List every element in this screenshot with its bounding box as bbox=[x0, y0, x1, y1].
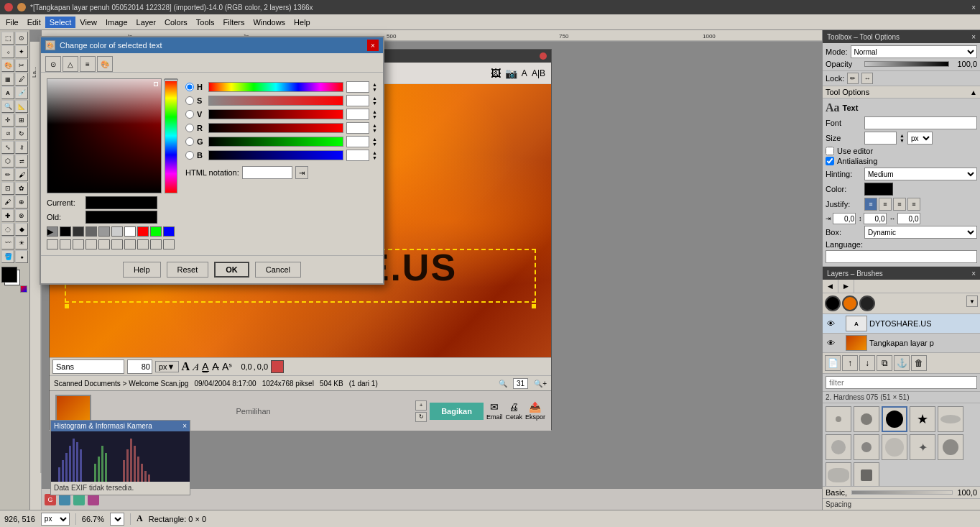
b-radio[interactable] bbox=[185, 151, 194, 160]
r-radio[interactable] bbox=[185, 124, 194, 132]
swatch-13[interactable] bbox=[85, 239, 97, 249]
brush-item-7[interactable] bbox=[854, 434, 879, 460]
brush-item-3-active[interactable] bbox=[882, 406, 907, 432]
tool-measure[interactable]: 📐 bbox=[15, 100, 28, 113]
tool-ink[interactable]: 🖋 bbox=[1, 196, 14, 208]
h-slider[interactable] bbox=[208, 82, 343, 92]
spacing-slider[interactable] bbox=[851, 490, 953, 495]
tool-scale[interactable]: ⤡ bbox=[1, 141, 14, 154]
layers-expand-btn[interactable]: ▶ bbox=[838, 280, 854, 293]
b-down-btn[interactable]: ▼ bbox=[372, 155, 377, 160]
size-down-btn[interactable]: ▼ bbox=[900, 138, 905, 143]
histogram-close-btn[interactable]: × bbox=[182, 422, 187, 430]
b-up-btn[interactable]: ▲ bbox=[372, 150, 377, 155]
picasa-add-btn[interactable]: + bbox=[415, 400, 427, 411]
html-notation-input[interactable] bbox=[242, 166, 292, 179]
color-tab-wheel[interactable]: ⊙ bbox=[45, 56, 61, 72]
text-format-script[interactable]: Aˢ bbox=[222, 361, 232, 372]
tool-eraser[interactable]: ⊡ bbox=[1, 182, 14, 195]
menu-windows[interactable]: Windows bbox=[249, 17, 290, 28]
size-unit-select[interactable]: px bbox=[907, 132, 933, 145]
swatch-19[interactable] bbox=[163, 239, 175, 249]
tool-magnify[interactable]: 🔍 bbox=[1, 100, 14, 113]
r-slider[interactable] bbox=[208, 123, 343, 133]
swatch-2[interactable] bbox=[73, 226, 84, 237]
reset-btn[interactable]: Reset bbox=[167, 262, 209, 278]
menu-layer[interactable]: Layer bbox=[132, 17, 161, 28]
r-down-btn[interactable]: ▼ bbox=[372, 128, 377, 133]
justify-right-btn[interactable]: ≡ bbox=[893, 198, 906, 211]
s-up-btn[interactable]: ▲ bbox=[372, 96, 377, 101]
layer-item-image[interactable]: 👁 Tangkapan layar p bbox=[823, 334, 980, 352]
h-up-btn[interactable]: ▲ bbox=[372, 82, 377, 87]
tool-pencil[interactable]: ✏ bbox=[1, 168, 14, 181]
size-up-btn[interactable]: ▲ bbox=[900, 133, 905, 138]
swatch-3[interactable] bbox=[85, 226, 97, 237]
justify-fill-btn[interactable]: ≡ bbox=[907, 198, 920, 211]
swatch-8[interactable] bbox=[150, 226, 162, 237]
layer-item-text[interactable]: 👁 A DYTOSHARE.US bbox=[823, 314, 980, 334]
tool-paintbrush[interactable]: 🖌 bbox=[15, 168, 28, 181]
fg-color-swatch[interactable] bbox=[1, 267, 17, 283]
tool-rect-select[interactable]: ⬚ bbox=[1, 32, 14, 45]
s-radio[interactable] bbox=[185, 96, 194, 105]
picasa-btn3[interactable]: A bbox=[522, 68, 527, 78]
b-slider[interactable] bbox=[208, 150, 343, 160]
r-input[interactable]: 0 bbox=[346, 122, 369, 134]
brush-item-1[interactable] bbox=[826, 406, 851, 432]
g-up-btn[interactable]: ▲ bbox=[372, 137, 377, 142]
h-input[interactable]: 0 bbox=[346, 81, 369, 93]
v-input[interactable]: 0 bbox=[346, 109, 369, 120]
color-swatch-dark[interactable] bbox=[859, 295, 875, 311]
swatch-17[interactable] bbox=[137, 239, 149, 249]
swatch-1[interactable] bbox=[60, 226, 71, 237]
tool-bucket-fill[interactable]: 🪣 bbox=[1, 250, 14, 263]
tool-paths[interactable]: 🖊 bbox=[15, 73, 28, 86]
ok-btn[interactable]: OK bbox=[214, 262, 249, 278]
tool-blur[interactable]: ◌ bbox=[1, 223, 14, 236]
delete-layer-btn[interactable]: 🗑 bbox=[911, 355, 927, 371]
char-spacing-input[interactable] bbox=[897, 213, 920, 224]
image-close-btn[interactable] bbox=[540, 52, 547, 60]
g-down-btn[interactable]: ▼ bbox=[372, 142, 377, 147]
cancel-btn[interactable]: Cancel bbox=[255, 262, 301, 278]
tool-color-picker[interactable]: 💉 bbox=[15, 86, 28, 99]
brush-item-2[interactable] bbox=[854, 406, 879, 432]
duplicate-layer-btn[interactable]: ⧉ bbox=[877, 355, 892, 371]
swatch-11[interactable] bbox=[60, 239, 71, 249]
tool-heal[interactable]: ✚ bbox=[1, 209, 14, 222]
status-unit-select[interactable]: px bbox=[41, 513, 70, 526]
swatch-12[interactable] bbox=[73, 239, 84, 249]
tool-foreground-select[interactable]: ▦ bbox=[1, 73, 14, 86]
picasa-zoom-in[interactable]: 🔍+ bbox=[534, 380, 547, 388]
v-radio[interactable] bbox=[185, 110, 194, 119]
text-format-strikethrough[interactable]: A̶ bbox=[212, 361, 219, 372]
picasa-email-btn[interactable]: ✉ Email bbox=[486, 401, 503, 421]
menu-help[interactable]: Help bbox=[290, 17, 315, 28]
layers-collapse-btn[interactable]: ◀ bbox=[823, 280, 838, 293]
r-up-btn[interactable]: ▲ bbox=[372, 123, 377, 128]
font-name-input[interactable]: Sans bbox=[52, 359, 124, 374]
menu-view[interactable]: View bbox=[75, 17, 101, 28]
brush-item-8[interactable] bbox=[882, 434, 907, 460]
selection-handle-tl[interactable] bbox=[65, 304, 69, 308]
help-btn[interactable]: Help bbox=[123, 262, 161, 278]
tool-fuzzy-select[interactable]: ✦ bbox=[15, 45, 28, 58]
menu-image[interactable]: Image bbox=[101, 17, 132, 28]
brush-item-10[interactable] bbox=[938, 434, 963, 460]
text-color-box[interactable] bbox=[271, 360, 284, 373]
tool-options-expand[interactable]: ▲ bbox=[970, 88, 977, 96]
color-swatch-orange[interactable] bbox=[842, 295, 858, 311]
window-close-btn[interactable] bbox=[4, 3, 13, 12]
s-input[interactable]: 0 bbox=[346, 95, 369, 106]
brush-item-5[interactable] bbox=[938, 406, 963, 432]
tool-blend[interactable]: ⬥ bbox=[15, 250, 28, 263]
menu-file[interactable]: File bbox=[1, 17, 23, 28]
tool-perspective-clone[interactable]: ⊗ bbox=[15, 209, 28, 222]
text-format-underline[interactable]: A̲ bbox=[202, 361, 209, 372]
menu-tools[interactable]: Tools bbox=[192, 17, 219, 28]
tool-align[interactable]: ⊞ bbox=[15, 114, 28, 127]
text-color-swatch[interactable] bbox=[864, 183, 893, 196]
picasa-export-btn[interactable]: 📤 Ekspor bbox=[525, 401, 545, 421]
tool-smudge[interactable]: 〰 bbox=[1, 237, 14, 249]
